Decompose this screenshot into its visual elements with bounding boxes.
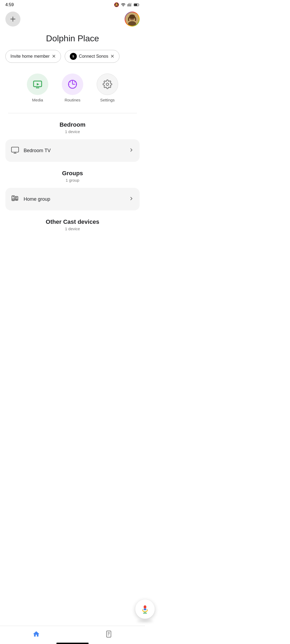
svg-point-27 — [16, 197, 17, 198]
svg-rect-19 — [12, 147, 19, 152]
svg-point-5 — [128, 21, 136, 26]
wifi-icon — [121, 2, 126, 7]
page-title: Dolphin Place — [0, 31, 145, 50]
svg-point-23 — [13, 199, 14, 200]
chips-row: Invite home member ✕ S Connect Sonos ✕ — [0, 50, 145, 71]
add-button[interactable] — [5, 12, 20, 27]
bedroom-subtitle: 1 device — [0, 129, 145, 139]
routines-icon — [68, 79, 77, 89]
section-other-cast: Other Cast devices 1 device — [0, 218, 145, 236]
mute-icon: 🔕 — [114, 2, 119, 7]
svg-point-24 — [13, 196, 14, 197]
svg-line-16 — [75, 82, 75, 82]
media-icon-wrap — [27, 74, 48, 95]
avatar[interactable] — [125, 12, 140, 27]
settings-icon — [103, 79, 112, 89]
battery-icon — [134, 3, 140, 7]
chip-invite-label: Invite home member — [10, 54, 50, 59]
svg-point-18 — [106, 83, 109, 86]
action-media[interactable]: Media — [27, 74, 48, 102]
section-groups: Groups 1 group Home group — [0, 170, 145, 210]
chip-invite-close[interactable]: ✕ — [52, 53, 56, 59]
home-group-name: Home group — [24, 196, 50, 202]
action-routines[interactable]: Routines — [62, 74, 83, 102]
settings-icon-wrap — [97, 74, 118, 95]
bedroom-tv-name: Bedroom TV — [24, 148, 51, 153]
routines-icon-wrap — [62, 74, 83, 95]
action-routines-label: Routines — [64, 98, 80, 102]
quick-actions: Media Routines Settings — [0, 71, 145, 110]
chip-sonos-label: Connect Sonos — [79, 54, 108, 59]
section-divider — [8, 113, 137, 113]
svg-marker-8 — [37, 83, 39, 86]
other-cast-title: Other Cast devices — [0, 218, 145, 226]
speakers-icon — [11, 194, 19, 204]
chip-sonos[interactable]: S Connect Sonos ✕ — [65, 50, 119, 63]
groups-subtitle: 1 group — [0, 178, 145, 188]
device-card-home-group[interactable]: Home group — [5, 188, 140, 210]
svg-point-26 — [16, 199, 17, 200]
status-bar: 4:59 🔕 — [0, 0, 145, 9]
section-bedroom: Bedroom 1 device Bedroom TV — [0, 121, 145, 162]
home-group-chevron — [128, 196, 134, 203]
status-icons: 🔕 — [114, 2, 140, 7]
action-settings-label: Settings — [100, 98, 115, 102]
groups-title: Groups — [0, 170, 145, 178]
action-media-label: Media — [32, 98, 43, 102]
svg-line-17 — [70, 82, 70, 82]
svg-rect-1 — [134, 4, 137, 6]
chip-invite[interactable]: Invite home member ✕ — [5, 50, 61, 63]
status-time: 4:59 — [5, 2, 14, 7]
signal-icon — [127, 2, 132, 7]
top-bar — [0, 9, 145, 31]
other-cast-subtitle: 1 device — [0, 226, 145, 236]
bedroom-tv-chevron — [128, 147, 134, 154]
bedroom-title: Bedroom — [0, 121, 145, 129]
media-icon — [33, 79, 42, 89]
chip-sonos-close[interactable]: ✕ — [110, 53, 114, 59]
tv-icon — [11, 146, 19, 155]
action-settings[interactable]: Settings — [97, 74, 118, 102]
device-card-bedroom-tv[interactable]: Bedroom TV — [5, 139, 140, 162]
sonos-icon: S — [70, 53, 77, 60]
